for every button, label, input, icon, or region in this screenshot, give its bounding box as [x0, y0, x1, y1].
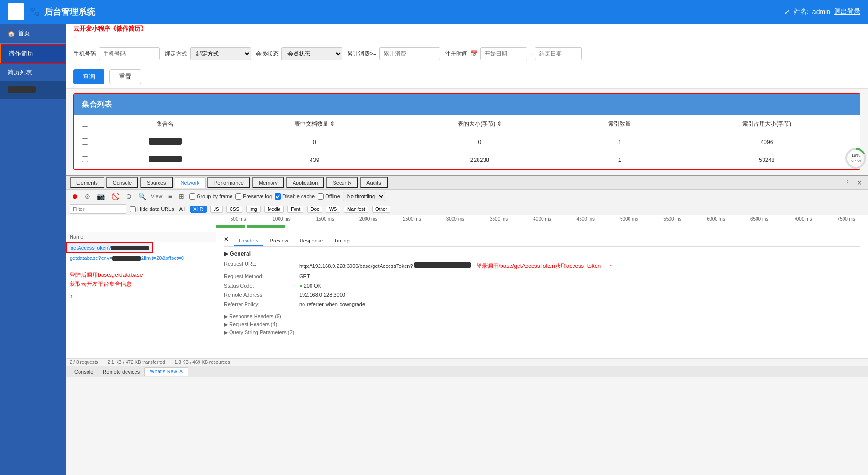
- reset-button[interactable]: 重置: [109, 69, 141, 84]
- group-by-frame-checkbox[interactable]: [189, 193, 195, 200]
- timeline-labels: 500 ms 1000 ms 1500 ms 2000 ms 2500 ms 3…: [66, 216, 868, 223]
- tab-elements[interactable]: Elements: [70, 177, 104, 188]
- filter-manifest-btn[interactable]: Manifest: [344, 206, 368, 213]
- end-date-input[interactable]: [535, 47, 582, 60]
- sidebar-sub-item[interactable]: [0, 81, 66, 99]
- request-url-row: Request URL: http://192.168.0.228:3000/b…: [224, 260, 860, 271]
- bottom-tab-console[interactable]: Console: [70, 368, 98, 376]
- tab-security[interactable]: Security: [326, 177, 358, 188]
- clear-btn[interactable]: 🚫: [110, 192, 121, 201]
- tl-4500: 4500 ms: [564, 216, 607, 223]
- phone-input[interactable]: [99, 47, 160, 60]
- detail-tab-response[interactable]: Response: [295, 236, 328, 246]
- network-filter-input[interactable]: [70, 204, 126, 214]
- row2-checkbox[interactable]: [82, 156, 88, 162]
- detail-tab-timing[interactable]: Timing: [329, 236, 354, 246]
- detail-tab-preview[interactable]: Preview: [265, 236, 293, 246]
- sidebar-home[interactable]: 🏠 首页: [0, 24, 66, 44]
- main-layout: 🏠 首页 微作简历 简历列表 云开发小程序《微作简历》 ↑ 手机号码: [0, 24, 868, 475]
- filter-ws-btn[interactable]: WS: [326, 206, 340, 213]
- filter-media-btn[interactable]: Media: [264, 206, 284, 213]
- camera-btn[interactable]: 📷: [95, 192, 107, 201]
- status-code-label: Status Code:: [224, 282, 299, 290]
- group-by-frame-label[interactable]: Group by frame: [189, 193, 232, 200]
- tab-console[interactable]: Console: [106, 177, 138, 188]
- offline-checkbox[interactable]: [318, 193, 324, 200]
- member-group: 会员状态 会员状态: [256, 47, 342, 60]
- tab-audits[interactable]: Audits: [360, 177, 388, 188]
- row1-index-size: 4096: [674, 133, 860, 151]
- arrow-annotation: ↑: [66, 34, 868, 42]
- remote-address-label: Remote Address:: [224, 291, 299, 299]
- disable-cache-checkbox[interactable]: [275, 193, 281, 200]
- devtools-close-btn[interactable]: ✕: [855, 178, 864, 187]
- header-left: 🐾 后台管理系统: [8, 3, 95, 20]
- bottom-tab-whatsnew[interactable]: What's New ✕: [144, 367, 188, 376]
- hide-data-urls-checkbox[interactable]: [130, 206, 136, 212]
- member-select[interactable]: 会员状态: [281, 47, 342, 60]
- filter-font-btn[interactable]: Font: [287, 206, 303, 213]
- expand-icon[interactable]: ⤢: [784, 8, 790, 16]
- devtools-more-btn[interactable]: ⋮: [843, 178, 853, 187]
- sidebar-sub-blurred: [8, 86, 36, 93]
- query-params-section[interactable]: ▶ Query String Parameters (2): [224, 330, 860, 336]
- disable-cache-label[interactable]: Disable cache: [275, 193, 315, 200]
- tab-application[interactable]: Application: [286, 177, 325, 188]
- network-body: Name getAccessToken? getdatabase?env=&li…: [66, 232, 868, 358]
- phone-group: 手机号码: [73, 47, 160, 60]
- filter-css-btn[interactable]: CSS: [226, 206, 243, 213]
- row2-name: [96, 151, 234, 169]
- network-item-token[interactable]: getAccessToken?: [66, 242, 153, 253]
- record-btn[interactable]: ⏺: [70, 192, 80, 201]
- filter-xhr-btn[interactable]: XHR: [190, 206, 207, 213]
- preserve-log-label[interactable]: Preserve log: [235, 193, 272, 200]
- detail-tabs: ✕ Headers Preview Response Timing: [224, 236, 860, 247]
- tab-sources[interactable]: Sources: [140, 177, 172, 188]
- network-item-database[interactable]: getdatabase?env=&limit=20&offset=0: [66, 253, 216, 263]
- query-button[interactable]: 查询: [73, 69, 104, 84]
- detail-close-btn[interactable]: ✕: [224, 236, 229, 246]
- filter-all-btn[interactable]: All: [179, 206, 185, 212]
- throttle-select[interactable]: No throttling: [343, 192, 385, 201]
- stop-btn[interactable]: ⊘: [83, 192, 92, 201]
- response-headers-section[interactable]: ▶ Response Headers (9): [224, 314, 860, 320]
- spend-label: 累计消费>=: [347, 50, 376, 58]
- tl-6000: 6000 ms: [694, 216, 738, 223]
- sidebar-item-resume-list[interactable]: 简历列表: [0, 64, 66, 81]
- spend-input[interactable]: [379, 47, 440, 60]
- tab-performance[interactable]: Performance: [207, 177, 250, 188]
- sidebar-item-weizhuo[interactable]: 微作简历: [0, 44, 66, 64]
- preserve-log-checkbox[interactable]: [235, 193, 241, 200]
- filter-js-btn[interactable]: JS: [210, 206, 223, 213]
- select-all-checkbox[interactable]: [82, 121, 88, 127]
- tab-memory[interactable]: Memory: [252, 177, 284, 188]
- username-value: admin: [812, 8, 830, 16]
- col-index-size: 索引占用大小(字节): [674, 115, 860, 133]
- bottom-tab-remote[interactable]: Remote devices: [98, 368, 144, 376]
- row1-checkbox[interactable]: [82, 138, 88, 145]
- general-title[interactable]: ▶ General: [224, 250, 860, 257]
- action-bar: 查询 重置: [66, 65, 868, 89]
- page-annotation: 云开发小程序《微作简历》: [66, 24, 868, 34]
- offline-label[interactable]: Offline: [318, 193, 340, 200]
- filter-img-btn[interactable]: Img: [246, 206, 261, 213]
- detail-tab-headers[interactable]: Headers: [234, 236, 263, 246]
- hide-data-urls-label[interactable]: Hide data URLs: [130, 206, 174, 212]
- request-headers-section[interactable]: ▶ Request Headers (4): [224, 322, 860, 328]
- tl-7500: 7500 ms: [825, 216, 868, 223]
- devtools-panel: Elements Console Sources Network Perform…: [66, 175, 868, 377]
- progress-ring: 19% ↑2.4K/s: [844, 146, 868, 170]
- logout-btn[interactable]: 退出登录: [834, 8, 860, 16]
- tab-network[interactable]: Network: [175, 177, 206, 188]
- row1-index-count: 1: [565, 133, 674, 151]
- bind-select[interactable]: 绑定方式: [190, 47, 251, 60]
- start-date-input[interactable]: [480, 47, 527, 60]
- filter-other-btn[interactable]: Other: [372, 206, 390, 213]
- search-btn[interactable]: 🔍: [136, 192, 148, 201]
- row2-index-count: 1: [565, 151, 674, 169]
- app-logo: [8, 3, 24, 20]
- filter-btn[interactable]: ⊜: [124, 192, 134, 201]
- grid-view-btn[interactable]: ⊞: [177, 192, 186, 201]
- filter-doc-btn[interactable]: Doc: [307, 206, 322, 213]
- list-view-btn[interactable]: ≡: [167, 192, 174, 201]
